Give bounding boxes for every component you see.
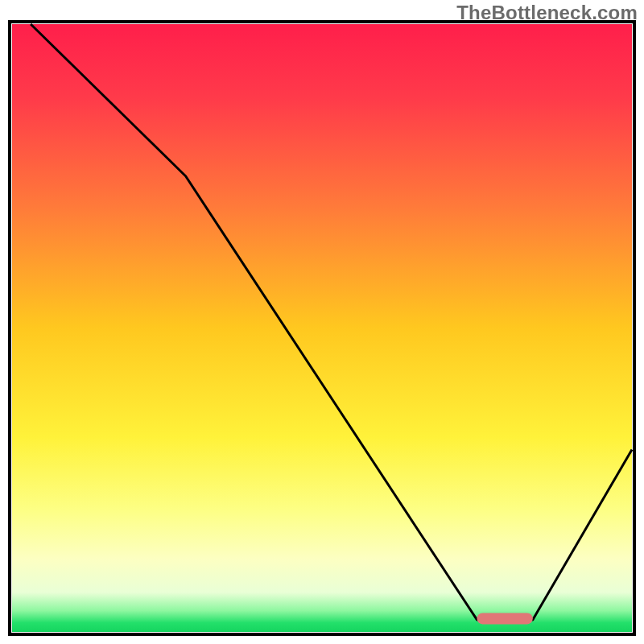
- watermark-text: TheBottleneck.com: [456, 2, 638, 24]
- chart-container: TheBottleneck.com: [0, 0, 644, 644]
- bottleneck-chart: [0, 0, 644, 644]
- optimal-range-marker: [477, 613, 533, 624]
- heatmap-background: [12, 24, 632, 632]
